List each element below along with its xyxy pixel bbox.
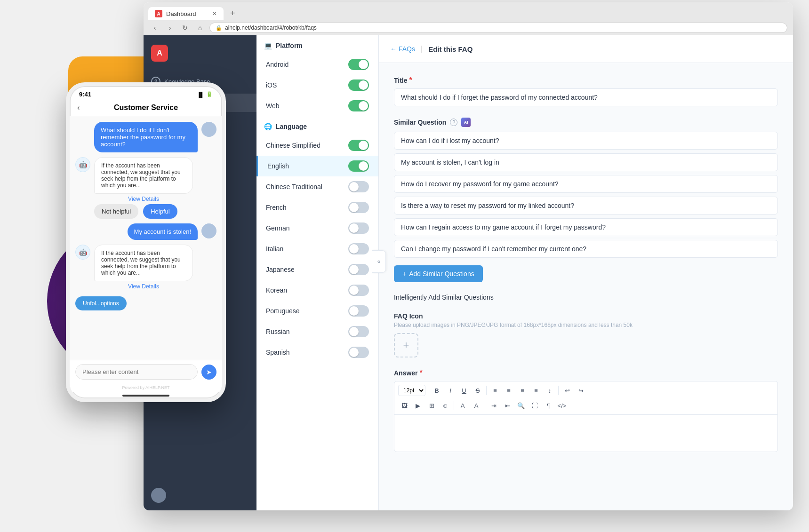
similar-question-label: Similar Question xyxy=(394,119,446,126)
forward-nav-button[interactable]: › xyxy=(164,22,176,33)
search-button[interactable]: 🔍 xyxy=(515,399,527,412)
video-button[interactable]: ▶ xyxy=(412,399,424,412)
russian-toggle[interactable] xyxy=(348,326,369,337)
editor-body[interactable] xyxy=(394,414,778,452)
chinese-simplified-toggle[interactable] xyxy=(348,140,369,151)
align-justify-button[interactable]: ≡ xyxy=(530,384,542,397)
language-italian[interactable]: Italian xyxy=(256,238,378,259)
redo-button[interactable]: ↪ xyxy=(575,384,587,397)
android-label: Android xyxy=(266,61,288,68)
unfold-options-button[interactable]: Unfol...options xyxy=(75,296,127,310)
platform-ios[interactable]: iOS xyxy=(256,75,378,95)
similar-q-6[interactable] xyxy=(394,240,778,258)
similar-info-icon[interactable]: ? xyxy=(450,119,457,126)
sidebar-avatar[interactable] xyxy=(144,480,256,510)
similar-q-5[interactable] xyxy=(394,218,778,236)
french-toggle[interactable] xyxy=(348,202,369,213)
url-text: aihelp.net/dashboard/#/robot/kb/faqs xyxy=(225,24,317,31)
portuguese-toggle[interactable] xyxy=(348,305,369,317)
font-color-button[interactable]: A xyxy=(457,399,469,412)
tab-close-button[interactable]: ✕ xyxy=(212,10,217,17)
underline-button[interactable]: U xyxy=(458,384,470,397)
similar-q-2[interactable] xyxy=(394,153,778,171)
similar-q-3[interactable] xyxy=(394,175,778,193)
ai-generate-icon[interactable]: AI xyxy=(461,118,471,127)
platform-icon: 💻 xyxy=(264,42,272,49)
ios-toggle-knob xyxy=(359,80,368,90)
faq-icon-section: FAQ Icon Please upload images in PNG/JPE… xyxy=(394,312,778,357)
language-russian[interactable]: Russian xyxy=(256,321,378,342)
indent-button[interactable]: ⇥ xyxy=(488,399,500,412)
android-toggle[interactable] xyxy=(348,59,369,70)
platform-web[interactable]: Web xyxy=(256,95,378,116)
korean-toggle[interactable] xyxy=(348,285,369,296)
collapse-panel-button[interactable]: « xyxy=(372,250,386,273)
faq-icon-upload-button[interactable]: + xyxy=(394,333,418,357)
back-to-faqs-button[interactable]: ← FAQs xyxy=(390,45,415,53)
spanish-toggle[interactable] xyxy=(348,347,369,358)
language-spanish[interactable]: Spanish xyxy=(256,342,378,363)
paragraph-button[interactable]: ¶ xyxy=(542,399,554,412)
font-size-select[interactable]: 12pt 14pt 16pt xyxy=(398,385,425,396)
chinese-traditional-toggle[interactable] xyxy=(348,181,369,192)
url-bar[interactable]: 🔒 aihelp.net/dashboard/#/robot/kb/faqs xyxy=(209,23,787,33)
view-details-link-2[interactable]: View Details xyxy=(94,283,193,290)
bot-avatar-2: 🤖 xyxy=(75,245,90,260)
left-panel: 💻 Platform Android iOS xyxy=(256,35,379,510)
bot-avatar-1: 🤖 xyxy=(75,157,90,172)
language-french[interactable]: French xyxy=(256,197,378,218)
highlight-button[interactable]: A xyxy=(470,399,482,412)
new-tab-button[interactable]: + xyxy=(226,7,239,20)
refresh-nav-button[interactable]: ↻ xyxy=(179,22,191,33)
view-details-link-1[interactable]: View Details xyxy=(94,196,193,202)
align-right-button[interactable]: ≡ xyxy=(516,384,529,397)
language-portuguese[interactable]: Portuguese xyxy=(256,301,378,321)
italian-toggle[interactable] xyxy=(348,243,369,254)
strikethrough-button[interactable]: S xyxy=(472,384,484,397)
ios-toggle[interactable] xyxy=(348,79,369,91)
title-section: Title * xyxy=(394,76,778,106)
italic-button[interactable]: I xyxy=(444,384,457,397)
language-chinese-traditional[interactable]: Chinese Traditional xyxy=(256,176,378,197)
language-korean[interactable]: Korean xyxy=(256,280,378,301)
not-helpful-button[interactable]: Not helpful xyxy=(94,204,138,219)
language-japanese[interactable]: Japanese xyxy=(256,259,378,280)
phone-chat-input[interactable] xyxy=(75,364,198,380)
align-left-button[interactable]: ≡ xyxy=(489,384,501,397)
similar-q-4[interactable] xyxy=(394,197,778,214)
helpful-button[interactable]: Helpful xyxy=(143,204,177,219)
language-english[interactable]: English xyxy=(256,156,378,176)
similar-question-section: Similar Question ? AI + Add Similar Ques xyxy=(394,118,778,282)
phone-input-area: ➤ xyxy=(70,360,222,383)
undo-button[interactable]: ↩ xyxy=(561,384,573,397)
language-header-label: Language xyxy=(276,123,307,130)
phone-back-button[interactable]: ‹ xyxy=(77,103,80,112)
align-center-button[interactable]: ≡ xyxy=(503,384,515,397)
phone-frame: 9:41 ▐▌🔋 ‹ Customer Service What should … xyxy=(66,82,226,402)
title-input[interactable] xyxy=(394,88,778,106)
bot-bubble-2: If the account has been connected, we su… xyxy=(94,245,193,281)
language-chinese-simplified[interactable]: Chinese Simplified xyxy=(256,135,378,156)
web-toggle[interactable] xyxy=(348,100,369,111)
source-button[interactable]: </> xyxy=(556,399,568,412)
phone-send-button[interactable]: ➤ xyxy=(201,365,216,380)
image-button[interactable]: 🖼 xyxy=(398,399,410,412)
platform-android[interactable]: Android xyxy=(256,54,378,75)
english-toggle[interactable] xyxy=(348,160,369,172)
add-similar-questions-button[interactable]: + Add Similar Questions xyxy=(394,265,483,282)
outdent-button[interactable]: ⇤ xyxy=(501,399,513,412)
japanese-toggle[interactable] xyxy=(348,264,369,275)
line-height-button[interactable]: ↕ xyxy=(544,384,556,397)
emoji-button[interactable]: ☺ xyxy=(439,399,451,412)
back-nav-button[interactable]: ‹ xyxy=(149,22,160,33)
similar-q-1[interactable] xyxy=(394,132,778,150)
japanese-label: Japanese xyxy=(266,266,295,273)
language-german[interactable]: German xyxy=(256,218,378,238)
table-button[interactable]: ⊞ xyxy=(425,399,438,412)
home-nav-button[interactable]: ⌂ xyxy=(194,22,206,33)
bold-button[interactable]: B xyxy=(431,384,443,397)
editor-toolbar: 12pt 14pt 16pt B I U S ≡ xyxy=(394,381,778,414)
browser-tab-dashboard[interactable]: A Dashboard ✕ xyxy=(148,7,224,20)
german-toggle[interactable] xyxy=(348,222,369,234)
fullscreen-button[interactable]: ⛶ xyxy=(529,399,541,412)
